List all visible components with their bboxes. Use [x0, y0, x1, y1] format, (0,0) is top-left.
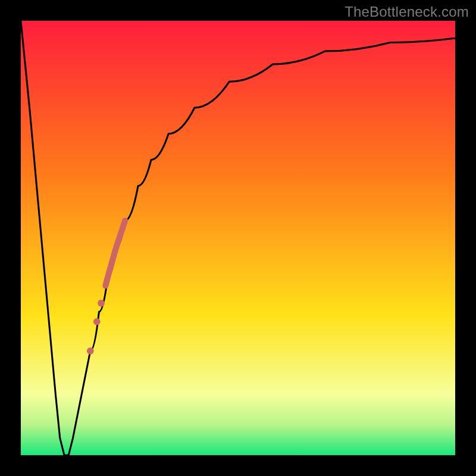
- chart-frame: TheBottleneck.com: [0, 0, 476, 476]
- highlight-dot: [93, 318, 101, 325]
- bottleneck-chart: [0, 0, 476, 476]
- watermark-text: TheBottleneck.com: [345, 4, 469, 20]
- highlight-dot: [98, 300, 105, 307]
- highlight-dot: [87, 347, 94, 355]
- plot-background: [21, 21, 455, 455]
